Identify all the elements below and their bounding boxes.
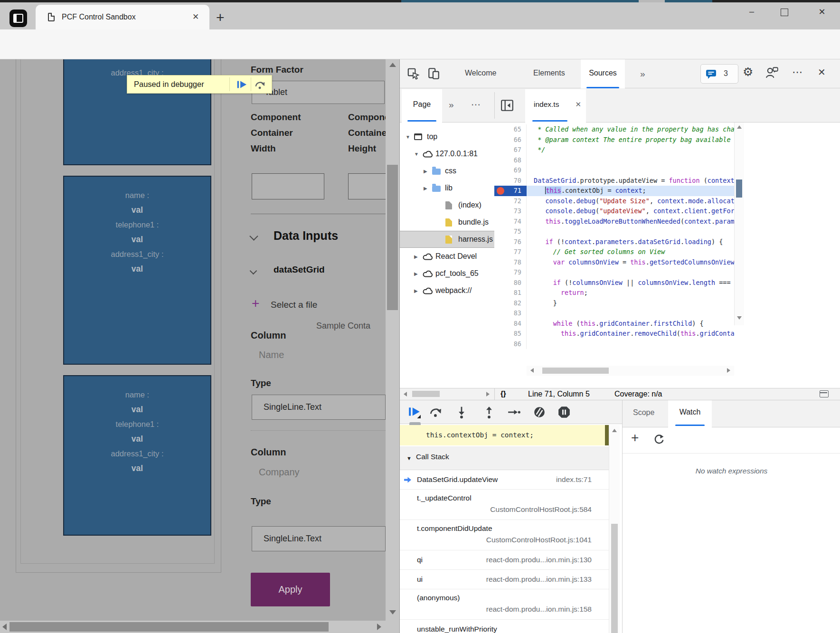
tree-item-lib[interactable]: ▶lib bbox=[400, 180, 494, 197]
deactivate-breakpoints-icon[interactable] bbox=[533, 406, 546, 421]
callstack-scrollbar-thumb[interactable] bbox=[611, 524, 618, 633]
callstack-frame[interactable]: DataSetGrid.updateViewindex.ts:71 bbox=[400, 470, 609, 490]
devtools-menu-icon[interactable]: ⋯ bbox=[792, 66, 802, 78]
record-card[interactable]: name :valtelephone1 :valaddress1_city :v… bbox=[63, 176, 211, 365]
tab-welcome[interactable]: Welcome bbox=[465, 69, 496, 77]
tree-item-index[interactable]: (index) bbox=[400, 197, 494, 214]
callstack-frame[interactable]: qireact-dom.produ...ion.min.js:130 bbox=[400, 550, 609, 570]
callstack-frame[interactable]: uireact-dom.produ...ion.min.js:133 bbox=[400, 570, 609, 589]
new-tab-button[interactable]: + bbox=[216, 9, 225, 26]
editor-horizontal-scrollbar-thumb[interactable] bbox=[542, 368, 609, 374]
tree-item-top[interactable]: ▼top bbox=[400, 128, 494, 145]
code-line-77[interactable]: 77 // Get sorted columns on View bbox=[494, 247, 734, 257]
window-close-button[interactable]: ✕ bbox=[815, 7, 829, 17]
code-line-83[interactable]: 83 bbox=[494, 308, 734, 319]
code-line-80[interactable]: 80 if (!columnsOnView || columnsOnView.l… bbox=[494, 278, 734, 288]
scroll-left-icon[interactable] bbox=[2, 624, 7, 630]
paused-location-preview[interactable]: this.contextObj = context; bbox=[400, 425, 609, 445]
window-maximize-button[interactable] bbox=[781, 9, 788, 16]
tree-item-harness-js[interactable]: harness.js bbox=[400, 231, 494, 248]
container-height-input[interactable] bbox=[348, 173, 386, 199]
code-line-84[interactable]: 84 while (this.gridContainer.firstChild)… bbox=[494, 319, 734, 329]
code-line-71[interactable]: 71 this.contextObj = context; bbox=[494, 186, 734, 196]
tree-item-bundle-js[interactable]: bundle.js bbox=[400, 214, 494, 231]
code-line-74[interactable]: 74 this.toggleLoadMoreButtonWhenNeeded(c… bbox=[494, 217, 734, 227]
navigator-menu-icon[interactable]: ⋯ bbox=[471, 99, 481, 110]
select-file-button[interactable]: Select a file bbox=[271, 300, 317, 310]
type-input[interactable]: SingleLine.Text bbox=[252, 395, 386, 420]
tab-sources[interactable]: Sources bbox=[581, 59, 625, 88]
tree-item-127-0-0-1-81[interactable]: ▼127.0.0.1:81 bbox=[400, 145, 494, 162]
tab-watch[interactable]: Watch bbox=[668, 400, 712, 427]
code-line-72[interactable]: 72 console.debug("Update Size", context.… bbox=[494, 196, 734, 207]
step-out-icon[interactable] bbox=[482, 406, 496, 421]
code-line-79[interactable]: 79 bbox=[494, 267, 734, 278]
code-line-65[interactable]: 65 * Called when any value in the proper… bbox=[494, 124, 734, 135]
code-line-81[interactable]: 81 return; bbox=[494, 288, 734, 298]
step-icon[interactable] bbox=[507, 406, 520, 421]
type-input[interactable]: SingleLine.Text bbox=[252, 526, 386, 551]
browser-tab[interactable]: PCF Control Sandbox ✕ bbox=[36, 5, 209, 29]
code-line-82[interactable]: 82 } bbox=[494, 298, 734, 309]
settings-gear-icon[interactable]: ⚙ bbox=[743, 65, 753, 79]
tree-item-pcf-tools-65[interactable]: ▶pcf_tools_65 bbox=[400, 265, 494, 282]
more-tabs-icon[interactable]: » bbox=[640, 69, 645, 79]
breakpoint-icon[interactable] bbox=[497, 187, 504, 195]
resume-script-icon[interactable] bbox=[236, 79, 247, 92]
container-width-input[interactable] bbox=[252, 173, 324, 199]
chevron-down-icon[interactable] bbox=[250, 267, 257, 275]
code-line-67[interactable]: 67 */ bbox=[494, 145, 734, 155]
inspect-element-icon[interactable] bbox=[406, 67, 420, 82]
callstack-frame[interactable]: (anonymous)react-dom.produ...ion.min.js:… bbox=[400, 589, 609, 620]
scroll-up-icon[interactable] bbox=[737, 125, 742, 129]
scroll-up-icon[interactable] bbox=[389, 63, 396, 67]
tab-scope[interactable]: Scope bbox=[633, 408, 654, 417]
code-line-86[interactable]: 86 bbox=[494, 339, 734, 350]
editor-vertical-scrollbar[interactable] bbox=[734, 123, 744, 325]
device-toolbar-icon[interactable] bbox=[427, 67, 440, 82]
scroll-left-icon[interactable] bbox=[530, 368, 534, 373]
code-line-68[interactable]: 68 bbox=[494, 155, 734, 166]
resume-script-icon[interactable] bbox=[407, 406, 421, 421]
tree-item-react-devel[interactable]: ▶React Devel bbox=[400, 248, 494, 265]
feedback-person-icon[interactable] bbox=[765, 66, 779, 81]
tab-elements[interactable]: Elements bbox=[533, 69, 565, 77]
pause-on-exceptions-icon[interactable] bbox=[557, 406, 571, 421]
callstack-frame[interactable]: t._updateControlCustomControlHostRoot.js… bbox=[400, 490, 609, 520]
page-vertical-scrollbar[interactable] bbox=[386, 59, 399, 621]
chevron-down-icon[interactable] bbox=[249, 232, 258, 240]
page-vertical-scrollbar-thumb[interactable] bbox=[387, 165, 398, 310]
scroll-down-icon[interactable] bbox=[389, 610, 396, 614]
callstack-section-header[interactable]: ▼ Call Stack bbox=[400, 446, 609, 470]
code-line-76[interactable]: 76 if (!context.parameters.dataSetGrid.l… bbox=[494, 237, 734, 247]
navigator-page-tab[interactable]: Page bbox=[402, 89, 442, 123]
code-line-69[interactable]: 69 bbox=[494, 165, 734, 176]
callstack-frame[interactable]: t.componentDidUpdateCustomControlHostRoo… bbox=[400, 520, 609, 550]
scroll-left-icon[interactable] bbox=[404, 392, 407, 397]
editor-tab-close-icon[interactable]: ✕ bbox=[575, 100, 581, 109]
window-minimize-button[interactable]: – bbox=[745, 7, 759, 17]
editor-tab-index-ts[interactable]: index.ts ✕ bbox=[525, 89, 586, 123]
feedback-badge[interactable]: 3 bbox=[700, 64, 738, 84]
editor-vertical-scrollbar-thumb[interactable] bbox=[736, 180, 742, 198]
step-over-icon[interactable] bbox=[429, 406, 443, 421]
code-line-85[interactable]: 85 this.gridContainer.removeChild(this.g… bbox=[494, 329, 734, 339]
scroll-up-icon[interactable] bbox=[612, 429, 617, 432]
scroll-right-icon[interactable] bbox=[727, 368, 730, 373]
navigator-horizontal-scrollbar-thumb[interactable] bbox=[412, 391, 440, 397]
code-line-78[interactable]: 78 var columnsOnView = this.getSortedCol… bbox=[494, 257, 734, 268]
code-line-73[interactable]: 73 console.debug("updateView", context.c… bbox=[494, 206, 734, 217]
code-line-66[interactable]: 66 * @param context The entire property … bbox=[494, 135, 734, 145]
tab-actions-menu-button[interactable] bbox=[9, 9, 27, 27]
navigator-more-tabs-icon[interactable]: » bbox=[449, 100, 454, 110]
pretty-print-button[interactable]: {} bbox=[500, 389, 506, 397]
step-into-icon[interactable] bbox=[455, 406, 468, 421]
record-card[interactable]: name :valtelephone1 :valaddress1_city :v… bbox=[63, 375, 211, 536]
refresh-watch-icon[interactable] bbox=[653, 434, 664, 447]
scroll-right-icon[interactable] bbox=[486, 392, 490, 397]
tree-item-css[interactable]: ▶css bbox=[400, 162, 494, 180]
step-over-icon[interactable] bbox=[255, 79, 266, 93]
devtools-close-icon[interactable]: ✕ bbox=[818, 66, 826, 78]
code-editor[interactable]: 65 * Called when any value in the proper… bbox=[494, 123, 734, 388]
scroll-right-icon[interactable] bbox=[377, 624, 381, 630]
